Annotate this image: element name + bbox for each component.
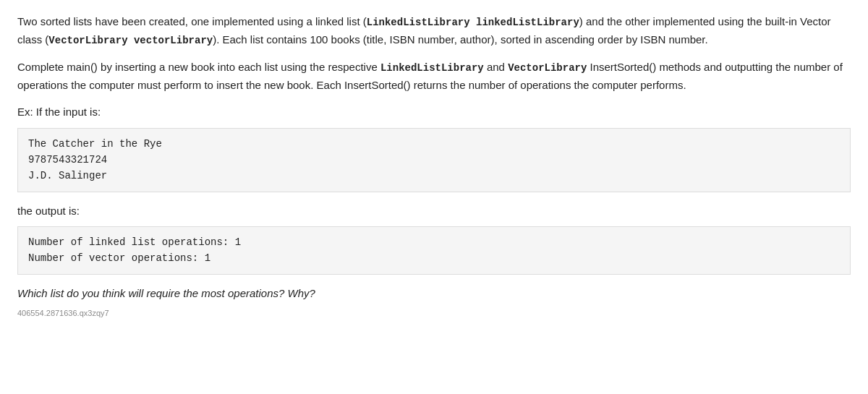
para1-text3: ). Each list contains 100 books (title, …: [213, 33, 708, 46]
question-text: Which list do you think will require the…: [17, 285, 851, 301]
output-label: the output is:: [17, 202, 851, 219]
output-line1: Number of linked list operations: 1: [28, 236, 241, 248]
input-line1: The Catcher in the Rye: [28, 138, 162, 150]
output-code-block: Number of linked list operations: 1 Numb…: [17, 226, 851, 275]
para2-text1: Complete main() by inserting a new book …: [17, 61, 380, 73]
input-line2: 9787543321724: [28, 154, 107, 166]
ex-label: Ex: If the input is:: [17, 103, 851, 120]
para1-code1: LinkedListLibrary linkedListLibrary: [367, 17, 579, 28]
para2-code2: VectorLibrary: [508, 62, 587, 74]
input-code-block: The Catcher in the Rye 9787543321724 J.D…: [17, 128, 851, 192]
output-line2: Number of vector operations: 1: [28, 252, 210, 264]
footer-id: 406554.2871636.qx3zqy7: [17, 309, 851, 317]
para1-text1: Two sorted lists have been created, one …: [17, 15, 367, 27]
para1-code2: VectorLibrary vectorLibrary: [48, 35, 213, 46]
para2-code1: LinkedListLibrary: [380, 62, 484, 74]
paragraph-2: Complete main() by inserting a new book …: [17, 59, 851, 93]
input-line3: J.D. Salinger: [28, 170, 107, 181]
paragraph-1: Two sorted lists have been created, one …: [17, 13, 851, 48]
para2-text2: and: [484, 61, 508, 73]
